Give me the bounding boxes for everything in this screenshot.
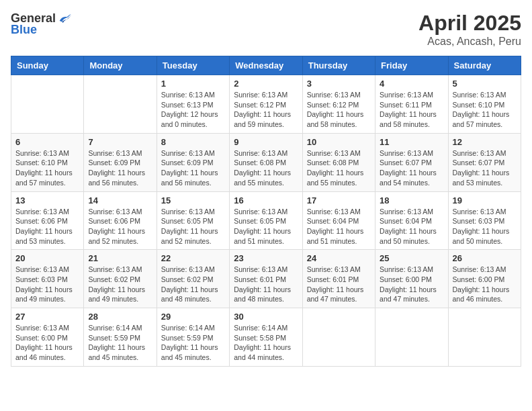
calendar-table: SundayMondayTuesdayWednesdayThursdayFrid… [11, 56, 521, 367]
calendar-cell: 14Sunrise: 6:13 AM Sunset: 6:06 PM Dayli… [84, 191, 157, 250]
day-info: Sunrise: 6:13 AM Sunset: 6:04 PM Dayligh… [307, 207, 371, 246]
day-number: 30 [234, 312, 298, 322]
day-number: 14 [88, 195, 152, 205]
day-header-tuesday: Tuesday [157, 56, 229, 75]
day-number: 1 [161, 79, 225, 89]
day-number: 23 [234, 253, 298, 263]
calendar-cell: 27Sunrise: 6:13 AM Sunset: 6:00 PM Dayli… [11, 308, 84, 367]
calendar-cell: 2Sunrise: 6:13 AM Sunset: 6:12 PM Daylig… [230, 75, 302, 134]
day-number: 10 [307, 137, 371, 147]
day-info: Sunrise: 6:13 AM Sunset: 6:12 PM Dayligh… [234, 90, 298, 130]
day-number: 4 [380, 79, 443, 89]
day-number: 29 [161, 312, 225, 322]
day-info: Sunrise: 6:13 AM Sunset: 6:05 PM Dayligh… [161, 207, 225, 246]
day-number: 27 [15, 312, 79, 322]
day-number: 20 [15, 253, 79, 263]
day-number: 7 [88, 137, 152, 147]
logo: General Blue [11, 11, 72, 37]
title-block: April 2025 Acas, Ancash, Peru [418, 11, 521, 48]
day-number: 2 [234, 79, 298, 89]
calendar-cell [302, 308, 375, 367]
day-header-monday: Monday [84, 56, 157, 75]
day-number: 28 [88, 312, 152, 322]
day-info: Sunrise: 6:14 AM Sunset: 5:58 PM Dayligh… [234, 323, 298, 363]
calendar-cell: 7Sunrise: 6:13 AM Sunset: 6:09 PM Daylig… [84, 133, 157, 191]
day-info: Sunrise: 6:13 AM Sunset: 6:09 PM Dayligh… [161, 148, 225, 188]
day-info: Sunrise: 6:13 AM Sunset: 6:07 PM Dayligh… [453, 148, 517, 188]
day-info: Sunrise: 6:13 AM Sunset: 6:08 PM Dayligh… [234, 148, 298, 188]
calendar-cell: 20Sunrise: 6:13 AM Sunset: 6:03 PM Dayli… [11, 250, 84, 308]
day-number: 6 [15, 137, 79, 147]
day-info: Sunrise: 6:13 AM Sunset: 6:02 PM Dayligh… [88, 265, 152, 304]
calendar-cell: 17Sunrise: 6:13 AM Sunset: 6:04 PM Dayli… [302, 191, 375, 250]
page-header: General Blue April 2025 Acas, Ancash, Pe… [11, 11, 521, 48]
calendar-cell: 9Sunrise: 6:13 AM Sunset: 6:08 PM Daylig… [230, 133, 302, 191]
day-info: Sunrise: 6:14 AM Sunset: 5:59 PM Dayligh… [161, 323, 225, 363]
day-number: 22 [161, 253, 225, 263]
day-number: 12 [453, 137, 517, 147]
day-info: Sunrise: 6:13 AM Sunset: 6:06 PM Dayligh… [88, 207, 152, 246]
day-info: Sunrise: 6:13 AM Sunset: 6:13 PM Dayligh… [161, 90, 225, 130]
day-number: 17 [307, 195, 371, 205]
calendar-cell [375, 308, 448, 367]
calendar-header-row: SundayMondayTuesdayWednesdayThursdayFrid… [11, 56, 521, 75]
calendar-cell: 23Sunrise: 6:13 AM Sunset: 6:01 PM Dayli… [230, 250, 302, 308]
day-info: Sunrise: 6:14 AM Sunset: 5:59 PM Dayligh… [88, 323, 152, 363]
calendar-week-3: 13Sunrise: 6:13 AM Sunset: 6:06 PM Dayli… [11, 191, 521, 250]
logo-bird-icon [57, 11, 72, 26]
calendar-cell: 10Sunrise: 6:13 AM Sunset: 6:08 PM Dayli… [302, 133, 375, 191]
calendar-cell [448, 308, 521, 367]
day-info: Sunrise: 6:13 AM Sunset: 6:10 PM Dayligh… [15, 148, 79, 188]
day-number: 19 [453, 195, 517, 205]
day-info: Sunrise: 6:13 AM Sunset: 6:01 PM Dayligh… [307, 265, 371, 304]
calendar-subtitle: Acas, Ancash, Peru [418, 36, 521, 48]
calendar-week-5: 27Sunrise: 6:13 AM Sunset: 6:00 PM Dayli… [11, 308, 521, 367]
calendar-cell: 12Sunrise: 6:13 AM Sunset: 6:07 PM Dayli… [448, 133, 521, 191]
calendar-week-1: 1Sunrise: 6:13 AM Sunset: 6:13 PM Daylig… [11, 75, 521, 134]
calendar-cell: 13Sunrise: 6:13 AM Sunset: 6:06 PM Dayli… [11, 191, 84, 250]
calendar-cell: 15Sunrise: 6:13 AM Sunset: 6:05 PM Dayli… [157, 191, 229, 250]
day-info: Sunrise: 6:13 AM Sunset: 6:12 PM Dayligh… [307, 90, 371, 130]
day-info: Sunrise: 6:13 AM Sunset: 6:08 PM Dayligh… [307, 148, 371, 188]
day-number: 11 [380, 137, 443, 147]
day-info: Sunrise: 6:13 AM Sunset: 6:11 PM Dayligh… [380, 90, 443, 130]
day-number: 13 [15, 195, 79, 205]
day-header-wednesday: Wednesday [230, 56, 302, 75]
day-header-friday: Friday [375, 56, 448, 75]
calendar-cell: 16Sunrise: 6:13 AM Sunset: 6:05 PM Dayli… [230, 191, 302, 250]
day-info: Sunrise: 6:13 AM Sunset: 6:00 PM Dayligh… [453, 265, 517, 304]
day-info: Sunrise: 6:13 AM Sunset: 6:07 PM Dayligh… [380, 148, 443, 188]
day-number: 5 [453, 79, 517, 89]
day-info: Sunrise: 6:13 AM Sunset: 6:05 PM Dayligh… [234, 207, 298, 246]
calendar-cell: 24Sunrise: 6:13 AM Sunset: 6:01 PM Dayli… [302, 250, 375, 308]
calendar-cell: 26Sunrise: 6:13 AM Sunset: 6:00 PM Dayli… [448, 250, 521, 308]
day-header-thursday: Thursday [302, 56, 375, 75]
day-info: Sunrise: 6:13 AM Sunset: 6:04 PM Dayligh… [380, 207, 443, 246]
day-number: 8 [161, 137, 225, 147]
day-info: Sunrise: 6:13 AM Sunset: 6:00 PM Dayligh… [15, 323, 79, 363]
calendar-week-4: 20Sunrise: 6:13 AM Sunset: 6:03 PM Dayli… [11, 250, 521, 308]
day-info: Sunrise: 6:13 AM Sunset: 6:00 PM Dayligh… [380, 265, 443, 304]
day-info: Sunrise: 6:13 AM Sunset: 6:10 PM Dayligh… [453, 90, 517, 130]
day-number: 15 [161, 195, 225, 205]
day-header-saturday: Saturday [448, 56, 521, 75]
day-info: Sunrise: 6:13 AM Sunset: 6:01 PM Dayligh… [234, 265, 298, 304]
day-number: 25 [380, 253, 443, 263]
day-number: 21 [88, 253, 152, 263]
day-header-sunday: Sunday [11, 56, 84, 75]
day-info: Sunrise: 6:13 AM Sunset: 6:03 PM Dayligh… [453, 207, 517, 246]
calendar-cell: 1Sunrise: 6:13 AM Sunset: 6:13 PM Daylig… [157, 75, 229, 134]
calendar-week-2: 6Sunrise: 6:13 AM Sunset: 6:10 PM Daylig… [11, 133, 521, 191]
day-number: 9 [234, 137, 298, 147]
calendar-cell: 4Sunrise: 6:13 AM Sunset: 6:11 PM Daylig… [375, 75, 448, 134]
calendar-cell: 28Sunrise: 6:14 AM Sunset: 5:59 PM Dayli… [84, 308, 157, 367]
calendar-title: April 2025 [418, 11, 521, 36]
calendar-cell: 29Sunrise: 6:14 AM Sunset: 5:59 PM Dayli… [157, 308, 229, 367]
calendar-cell: 30Sunrise: 6:14 AM Sunset: 5:58 PM Dayli… [230, 308, 302, 367]
calendar-cell: 22Sunrise: 6:13 AM Sunset: 6:02 PM Dayli… [157, 250, 229, 308]
day-info: Sunrise: 6:13 AM Sunset: 6:09 PM Dayligh… [88, 148, 152, 188]
calendar-cell: 6Sunrise: 6:13 AM Sunset: 6:10 PM Daylig… [11, 133, 84, 191]
day-number: 26 [453, 253, 517, 263]
calendar-cell [11, 75, 84, 134]
day-number: 18 [380, 195, 443, 205]
